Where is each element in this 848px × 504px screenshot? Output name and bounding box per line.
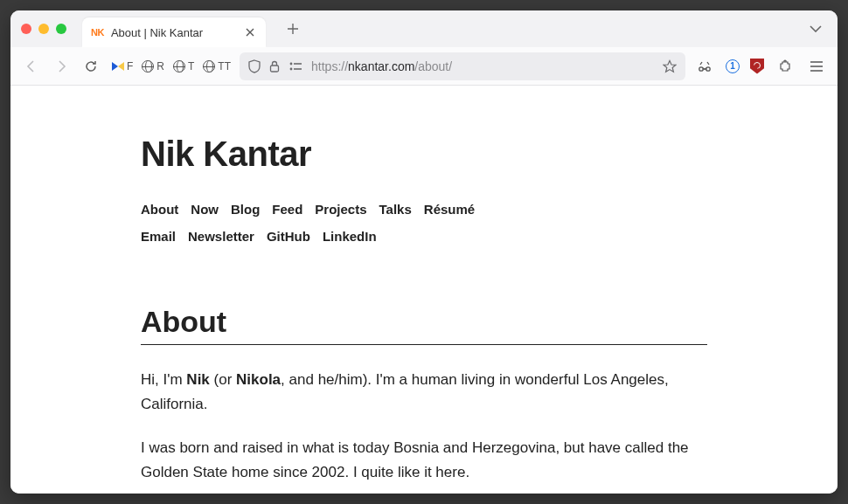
svg-point-5 [699, 66, 703, 70]
paragraph-1: Hi, I'm Nik (or Nikola, and he/him). I'm… [141, 368, 707, 417]
bookmark-r[interactable]: R [142, 60, 164, 72]
url-text: https://nkantar.com/about/ [311, 59, 654, 73]
maximize-window-button[interactable] [56, 24, 66, 34]
browser-window: NK About | Nik Kantar F [10, 10, 838, 494]
address-bar[interactable]: https://nkantar.com/about/ [240, 52, 685, 80]
extensions-button[interactable] [775, 56, 796, 77]
forward-button[interactable] [51, 56, 72, 77]
extension-icons: 1 [694, 56, 827, 77]
nav-link-projects[interactable]: Projects [315, 202, 366, 217]
window-controls [21, 24, 66, 34]
nav-link-resume[interactable]: Résumé [424, 202, 475, 217]
fastmail-icon [112, 62, 124, 71]
toolbar: F R T TT [10, 47, 838, 86]
nav-primary: About Now Blog Feed Projects Talks Résum… [141, 202, 707, 217]
bookmark-label: F [127, 60, 133, 72]
nav-link-linkedin[interactable]: LinkedIn [323, 229, 377, 244]
bookmark-label: R [156, 60, 164, 72]
ublock-extension-icon[interactable] [750, 59, 764, 74]
nav-link-blog[interactable]: Blog [231, 202, 260, 217]
page-viewport[interactable]: Nik Kantar About Now Blog Feed Projects … [10, 86, 838, 494]
browser-tab[interactable]: NK About | Nik Kantar [82, 17, 266, 47]
back-button[interactable] [21, 56, 42, 77]
bookmark-label: T [188, 60, 194, 72]
globe-icon [173, 60, 185, 72]
prose: Hi, I'm Nik (or Nikola, and he/him). I'm… [141, 368, 707, 494]
bookmark-label: TT [218, 60, 231, 72]
url-domain: nkantar.com [348, 59, 414, 73]
nav-link-now[interactable]: Now [191, 202, 219, 217]
minimize-window-button[interactable] [38, 24, 49, 34]
new-tab-button[interactable] [282, 17, 304, 40]
nav-link-github[interactable]: GitHub [267, 229, 310, 244]
nav-link-email[interactable]: Email [141, 229, 176, 244]
nav-link-talks[interactable]: Talks [379, 202, 412, 217]
tab-strip: NK About | Nik Kantar [10, 10, 838, 47]
menu-button[interactable] [806, 56, 827, 77]
tabs-list-button[interactable] [804, 17, 827, 40]
nav-link-newsletter[interactable]: Newsletter [188, 229, 254, 244]
svg-rect-2 [294, 63, 302, 65]
lock-icon[interactable] [269, 60, 280, 72]
url-prefix: https:// [311, 59, 348, 73]
onepassword-extension-icon[interactable]: 1 [726, 59, 740, 73]
close-window-button[interactable] [21, 24, 31, 34]
paragraph-2: I was born and raised in what is today B… [141, 436, 707, 485]
permissions-icon[interactable] [288, 61, 302, 72]
svg-point-6 [706, 66, 710, 70]
favicon: NK [91, 27, 104, 38]
bookmark-tt[interactable]: TT [203, 60, 231, 72]
url-path: /about/ [414, 59, 452, 73]
tab-title: About | Nik Kantar [111, 26, 236, 39]
globe-icon [203, 60, 215, 72]
globe-icon [142, 60, 154, 72]
site-title: Nik Kantar [141, 135, 707, 174]
svg-rect-4 [294, 68, 302, 70]
address-bar-icons [248, 59, 302, 73]
svg-point-1 [290, 62, 293, 65]
nav-link-about[interactable]: About [141, 202, 178, 217]
screenshot-extension-icon[interactable] [694, 56, 715, 77]
page-heading: About [141, 305, 707, 345]
bookmark-bar: F R T TT [112, 60, 231, 72]
reload-button[interactable] [80, 56, 101, 77]
bookmark-star-button[interactable] [663, 59, 677, 73]
shield-icon[interactable] [248, 59, 261, 73]
nav-link-feed[interactable]: Feed [272, 202, 302, 217]
bookmark-t[interactable]: T [173, 60, 194, 72]
close-tab-button[interactable] [243, 25, 257, 39]
svg-point-3 [290, 67, 293, 70]
nav-secondary: Email Newsletter GitHub LinkedIn [141, 229, 707, 244]
bookmark-f[interactable]: F [112, 60, 133, 72]
page-content: Nik Kantar About Now Blog Feed Projects … [127, 86, 721, 494]
svg-rect-0 [271, 66, 279, 72]
